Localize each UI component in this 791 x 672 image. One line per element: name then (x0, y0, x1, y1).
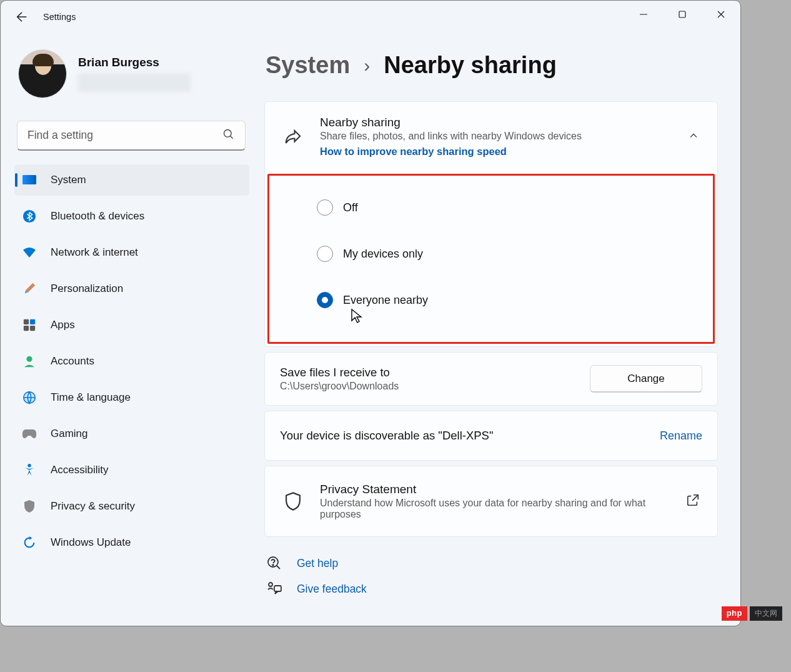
search-box[interactable] (17, 121, 246, 151)
user-email-blurred (78, 73, 191, 92)
svg-rect-0 (679, 11, 685, 18)
help-label: Get help (297, 557, 338, 570)
radio-icon (317, 199, 333, 216)
sidebar-item-accounts[interactable]: Accounts (14, 346, 249, 377)
main-content: System › Nearby sharing Nearby sharing S… (257, 33, 740, 626)
system-icon (22, 173, 37, 188)
svg-rect-7 (24, 326, 29, 331)
sidebar-item-label: Personalization (51, 283, 123, 295)
svg-rect-5 (24, 319, 29, 324)
radio-icon (317, 292, 333, 308)
discoverable-text: Your device is discoverable as "Dell-XPS… (280, 429, 647, 443)
sidebar-item-gaming[interactable]: Gaming (14, 418, 249, 449)
sidebar-item-network[interactable]: Network & internet (14, 237, 249, 268)
sidebar-item-windows-update[interactable]: Windows Update (14, 527, 249, 558)
privacy-title: Privacy Statement (320, 483, 670, 496)
sidebar-item-time-language[interactable]: Time & language (14, 382, 249, 413)
sidebar-item-personalization[interactable]: Personalization (14, 273, 249, 304)
gamepad-icon (22, 426, 37, 441)
help-icon (266, 556, 283, 571)
feedback-label: Give feedback (297, 583, 367, 596)
close-button[interactable] (702, 1, 740, 28)
titlebar-left: Settings (13, 8, 76, 26)
sidebar-item-label: System (51, 174, 86, 186)
radio-option-everyone[interactable]: Everyone nearby (269, 277, 713, 323)
give-feedback-link[interactable]: Give feedback (266, 582, 718, 596)
back-button[interactable] (13, 8, 31, 26)
get-help-link[interactable]: Get help (266, 556, 718, 571)
save-location-path: C:\Users\groov\Downloads (280, 381, 577, 392)
help-links: Get help Give feedback (264, 556, 718, 603)
change-button[interactable]: Change (590, 365, 702, 393)
external-link-icon (686, 493, 700, 509)
sidebar: Brian Burgess System (1, 33, 257, 626)
badge-right: 中文网 (750, 606, 782, 621)
bluetooth-icon (22, 209, 37, 224)
privacy-subtitle: Understand how Microsoft uses your data … (320, 498, 670, 520)
radio-label: Off (343, 201, 358, 214)
sidebar-item-label: Bluetooth & devices (51, 210, 144, 223)
sidebar-item-label: Network & internet (51, 246, 138, 259)
svg-rect-3 (22, 175, 36, 184)
breadcrumb: System › Nearby sharing (266, 52, 718, 79)
sidebar-item-label: Time & language (51, 391, 131, 404)
user-name: Brian Burgess (78, 56, 191, 69)
breadcrumb-parent[interactable]: System (266, 52, 350, 79)
titlebar: Settings (1, 1, 740, 33)
radio-option-my-devices[interactable]: My devices only (269, 231, 713, 277)
brush-icon (22, 281, 37, 296)
settings-window: Settings Brian Burgess (0, 0, 741, 626)
wifi-icon (22, 245, 37, 260)
feedback-icon (266, 582, 283, 596)
sidebar-item-label: Windows Update (51, 536, 131, 549)
globe-icon (22, 390, 37, 405)
radio-option-off[interactable]: Off (269, 184, 713, 231)
window-controls (624, 1, 740, 33)
panel-subtitle: Share files, photos, and links with near… (320, 131, 671, 142)
avatar (18, 49, 67, 98)
panel-title: Nearby sharing (320, 116, 671, 129)
sidebar-item-privacy[interactable]: Privacy & security (14, 491, 249, 522)
app-title: Settings (43, 12, 76, 22)
sidebar-item-label: Accounts (51, 355, 94, 368)
sidebar-item-label: Privacy & security (51, 500, 135, 513)
discoverable-panel: Your device is discoverable as "Dell-XPS… (264, 411, 718, 461)
svg-point-1 (224, 129, 232, 137)
apps-icon (22, 318, 37, 333)
breadcrumb-current: Nearby sharing (384, 52, 557, 79)
share-icon (282, 128, 304, 146)
sidebar-item-system[interactable]: System (14, 164, 249, 196)
sidebar-item-label: Accessibility (51, 464, 109, 476)
sidebar-item-label: Apps (51, 319, 75, 331)
shield-icon (22, 499, 37, 514)
search-icon (222, 128, 235, 143)
sidebar-item-bluetooth[interactable]: Bluetooth & devices (14, 201, 249, 232)
minimize-button[interactable] (624, 1, 663, 28)
watermark-badge: php 中文网 (722, 606, 782, 621)
search-input[interactable] (27, 129, 222, 142)
svg-point-13 (272, 564, 274, 566)
sidebar-item-apps[interactable]: Apps (14, 309, 249, 341)
privacy-statement-panel[interactable]: Privacy Statement Understand how Microso… (264, 466, 718, 537)
maximize-button[interactable] (663, 1, 702, 28)
chevron-right-icon: › (364, 55, 370, 76)
radio-label: Everyone nearby (343, 294, 428, 307)
svg-point-14 (269, 583, 272, 586)
shield-outline-icon (282, 492, 304, 511)
sidebar-item-label: Gaming (51, 428, 88, 440)
save-location-title: Save files I receive to (280, 366, 577, 379)
accessibility-icon (22, 463, 37, 478)
radio-icon (317, 246, 333, 262)
sharing-options-highlight: Off My devices only Everyone nearby (267, 174, 715, 344)
user-block[interactable]: Brian Burgess (13, 43, 249, 111)
arrow-left-icon (15, 10, 29, 24)
person-icon (22, 354, 37, 369)
svg-point-11 (27, 464, 31, 468)
nav: System Bluetooth & devices Network & int… (14, 164, 249, 561)
sidebar-item-accessibility[interactable]: Accessibility (14, 454, 249, 486)
badge-left: php (722, 606, 747, 621)
nearby-sharing-header[interactable]: Nearby sharing Share files, photos, and … (265, 102, 717, 171)
nearby-sharing-panel: Nearby sharing Share files, photos, and … (264, 101, 718, 347)
improve-speed-link[interactable]: How to improve nearby sharing speed (320, 146, 671, 158)
rename-link[interactable]: Rename (660, 429, 702, 443)
